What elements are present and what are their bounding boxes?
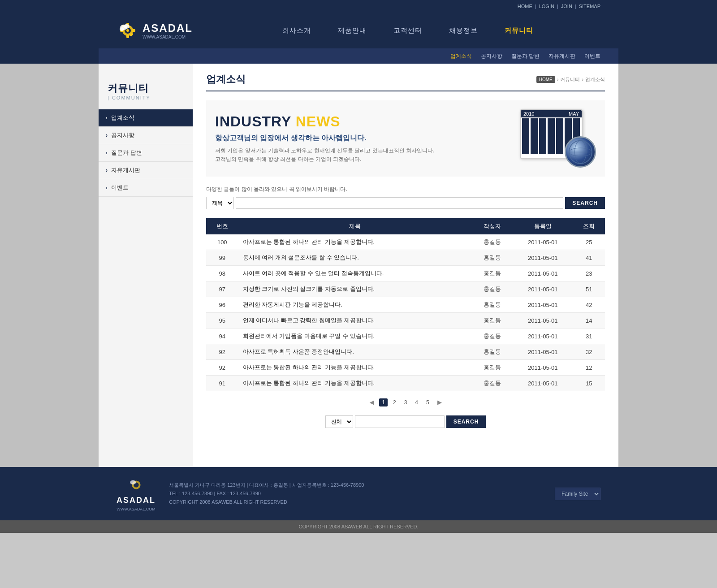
table-row[interactable]: 100 아사프로는 통합된 하나의 관리 기능을 제공합니다. 홍길동 2011… xyxy=(206,234,605,250)
sidebar-arrow-notice: › xyxy=(106,132,108,138)
nav-company[interactable]: 회사소개 xyxy=(282,26,311,35)
nav-community[interactable]: 커뮤니티 xyxy=(505,26,533,35)
table-header: 번호 제목 작성자 등록일 조회 xyxy=(206,218,605,234)
breadcrumb-sep2: › xyxy=(582,77,583,82)
page-3[interactable]: 3 xyxy=(402,398,410,406)
breadcrumb-sep1: › xyxy=(557,77,559,82)
table-body: 100 아사프로는 통합된 하나의 관리 기능을 제공합니다. 홍길동 2011… xyxy=(206,234,605,391)
svg-point-10 xyxy=(123,24,130,29)
bottom-search-button[interactable]: SEARCH xyxy=(446,415,486,428)
subnav-qna[interactable]: 질문과 답변 xyxy=(511,52,540,60)
cell-num: 96 xyxy=(206,297,238,313)
login-link[interactable]: LOGIN xyxy=(539,4,554,9)
cal-wed: W xyxy=(548,118,555,154)
cell-views: 12 xyxy=(573,360,605,376)
search-input[interactable] xyxy=(236,197,563,209)
search-prompt: 다양한 글들이 많이 올라와 있으니 꼭 읽어보시기 바랍니다. xyxy=(206,186,605,193)
cell-num: 97 xyxy=(206,281,238,297)
page-title-row: 업계소식 HOME › 커뮤니티 › 업계소식 xyxy=(206,73,605,91)
svg-point-2 xyxy=(126,29,129,32)
cell-author: 홍길동 xyxy=(471,344,513,360)
hero-title-accent: NEWS xyxy=(296,113,341,130)
hero-title: INDUSTRY NEWS xyxy=(215,113,434,130)
cal-thu: T xyxy=(556,118,563,154)
footer-info: 서울특별시 가나구 다라동 123번지 | 대표이사 : 홍길동 | 사업자등록… xyxy=(169,481,541,506)
table-row[interactable]: 99 동시에 여러 개의 설문조사를 할 수 있습니다. 홍길동 2011-05… xyxy=(206,250,605,266)
sidebar-arrow-free: › xyxy=(106,167,108,173)
search-type-select[interactable]: 제목 xyxy=(206,197,234,209)
table-row[interactable]: 95 언제 어디서나 빠르고 강력한 웹메일을 제공합니다. 홍길동 2011-… xyxy=(206,313,605,329)
cell-title[interactable]: 아사프로는 통합된 하나의 관리 기능을 제공합니다. xyxy=(238,360,472,376)
bottom-search-input[interactable] xyxy=(355,415,445,428)
home-link[interactable]: HOME xyxy=(518,4,532,9)
svg-rect-6 xyxy=(132,29,135,32)
header-top-bar: HOME | LOGIN | JOIN | SITEMAP xyxy=(99,0,618,13)
hero-desc2: 고객님의 만족을 위해 항상 최선을 다하는 기업이 되겠습니다. xyxy=(215,155,434,164)
cell-title[interactable]: 동시에 여러 개의 설문조사를 할 수 있습니다. xyxy=(238,250,472,266)
cell-title[interactable]: 언제 어디서나 빠르고 강력한 웹메일을 제공합니다. xyxy=(238,313,472,329)
cell-views: 32 xyxy=(573,344,605,360)
cell-date: 2011-05-01 xyxy=(513,313,573,329)
prev-page[interactable]: ◀ xyxy=(367,398,376,406)
next-page[interactable]: ▶ xyxy=(435,398,444,406)
logo-name: ASADAL xyxy=(143,22,193,35)
page-2[interactable]: 2 xyxy=(390,398,399,406)
cell-author: 홍길동 xyxy=(471,376,513,391)
main-content: 업계소식 HOME › 커뮤니티 › 업계소식 INDUSTRY NEWS 항상… xyxy=(193,64,618,467)
sidebar-item-qna[interactable]: › 질문과 답변 xyxy=(99,144,193,162)
cell-author: 홍길동 xyxy=(471,297,513,313)
sidebar-title-sub: | COMMUNITY xyxy=(108,95,184,100)
cell-views: 41 xyxy=(573,250,605,266)
nav-product[interactable]: 제품안내 xyxy=(338,26,367,35)
subnav-industry[interactable]: 업계소식 xyxy=(450,52,472,60)
bottom-search-select[interactable]: 전체 xyxy=(325,415,353,428)
content-wrapper: 커뮤니티 | COMMUNITY › 업계소식 › 공지사항 › 질문과 답변 … xyxy=(99,64,618,467)
table-row[interactable]: 91 아사프로는 통합된 하나의 관리 기능을 제공합니다. 홍길동 2011-… xyxy=(206,376,605,391)
cell-num: 99 xyxy=(206,250,238,266)
sidebar-item-event[interactable]: › 이벤트 xyxy=(99,179,193,197)
table-row[interactable]: 92 아사프로는 통합된 하나의 관리 기능을 제공합니다. 홍길동 2011-… xyxy=(206,360,605,376)
sep3: | xyxy=(575,4,576,9)
join-link[interactable]: JOIN xyxy=(561,4,572,9)
cell-title[interactable]: 편리한 자동게시판 기능을 제공합니다. xyxy=(238,297,472,313)
sidebar: 커뮤니티 | COMMUNITY › 업계소식 › 공지사항 › 질문과 답변 … xyxy=(99,64,193,467)
logo: ASADAL WWW.ASADAL.COM xyxy=(117,19,215,42)
cell-title[interactable]: 아사프로는 통합된 하나의 관리 기능을 제공합니다. xyxy=(238,234,472,250)
sidebar-item-industry[interactable]: › 업계소식 xyxy=(99,109,193,127)
cell-views: 15 xyxy=(573,376,605,391)
nav-customer[interactable]: 고객센터 xyxy=(393,26,422,35)
subnav-event[interactable]: 이벤트 xyxy=(584,52,600,60)
subnav-notice[interactable]: 공지사항 xyxy=(481,52,502,60)
hero-desc1: 저희 기업은 앞서가는 기술력과 노하우로 현재업계 선두를 달리고 있는대표적… xyxy=(215,147,434,155)
cell-views: 23 xyxy=(573,266,605,281)
cell-num: 92 xyxy=(206,360,238,376)
board-table: 번호 제목 작성자 등록일 조회 100 아사프로는 통합된 하나의 관리 기능… xyxy=(206,218,605,391)
table-header-row: 번호 제목 작성자 등록일 조회 xyxy=(206,218,605,234)
sidebar-item-free[interactable]: › 자유게시판 xyxy=(99,162,193,179)
sidebar-item-notice[interactable]: › 공지사항 xyxy=(99,127,193,144)
subnav-free[interactable]: 자유게시판 xyxy=(549,52,575,60)
cell-num: 98 xyxy=(206,266,238,281)
nav-recruit[interactable]: 채용정보 xyxy=(449,26,478,35)
logo-gear-icon xyxy=(117,19,139,42)
cell-title[interactable]: 아사프로는 통합된 하나의 관리 기능을 제공합니다. xyxy=(238,376,472,391)
cell-title[interactable]: 지정한 크기로 사진의 실크기를 자동으로 줄입니다. xyxy=(238,281,472,297)
hero-image: 2010 MAY S M T W T F S xyxy=(515,109,596,168)
page-1[interactable]: 1 xyxy=(379,398,388,406)
cal-sun: S xyxy=(522,118,529,154)
search-row: 제목 SEARCH xyxy=(206,197,605,209)
search-button[interactable]: SEARCH xyxy=(565,197,605,209)
cell-title[interactable]: 회원관리에서 가입폼을 마음대로 꾸밀 수 있습니다. xyxy=(238,329,472,344)
table-row[interactable]: 94 회원관리에서 가입폼을 마음대로 꾸밀 수 있습니다. 홍길동 2011-… xyxy=(206,329,605,344)
table-row[interactable]: 96 편리한 자동게시판 기능을 제공합니다. 홍길동 2011-05-01 4… xyxy=(206,297,605,313)
cell-title[interactable]: 사이트 여러 곳에 적용할 수 있는 멀티 접속통계입니다. xyxy=(238,266,472,281)
cell-title[interactable]: 아사프로 특허획득 사은품 증정안내입니다. xyxy=(238,344,472,360)
table-row[interactable]: 98 사이트 여러 곳에 적용할 수 있는 멀티 접속통계입니다. 홍길동 20… xyxy=(206,266,605,281)
table-row[interactable]: 92 아사프로 특허획득 사은품 증정안내입니다. 홍길동 2011-05-01… xyxy=(206,344,605,360)
family-site-select[interactable]: Family Site xyxy=(555,488,600,500)
table-row[interactable]: 97 지정한 크기로 사진의 실크기를 자동으로 줄입니다. 홍길동 2011-… xyxy=(206,281,605,297)
sitemap-link[interactable]: SITEMAP xyxy=(579,4,600,9)
cell-views: 14 xyxy=(573,313,605,329)
page-4[interactable]: 4 xyxy=(412,398,421,406)
page-5[interactable]: 5 xyxy=(423,398,432,406)
